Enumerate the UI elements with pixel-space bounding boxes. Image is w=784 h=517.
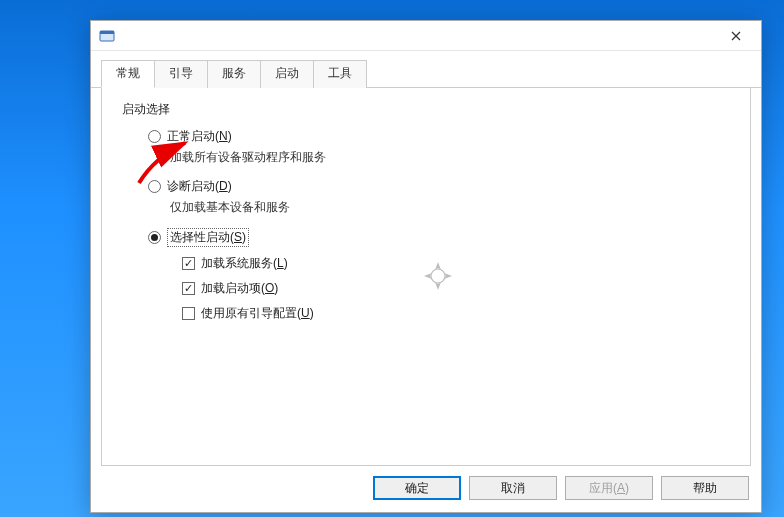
tab-tools[interactable]: 工具 — [313, 60, 367, 88]
svg-point-2 — [431, 269, 445, 283]
desktop-background: 常规 引导 服务 启动 工具 启动选择 正常启动(N) 加载所有设备驱动程序和服… — [0, 0, 784, 517]
cancel-button[interactable]: 取消 — [469, 476, 557, 500]
svg-rect-1 — [100, 31, 114, 34]
tab-startup[interactable]: 启动 — [260, 60, 314, 88]
radio-icon — [148, 180, 161, 193]
radio-normal-startup[interactable]: 正常启动(N) — [148, 128, 730, 145]
ok-button[interactable]: 确定 — [373, 476, 461, 500]
close-button[interactable] — [713, 21, 759, 51]
msconfig-window: 常规 引导 服务 启动 工具 启动选择 正常启动(N) 加载所有设备驱动程序和服… — [90, 20, 762, 513]
tab-label: 常规 — [116, 66, 140, 80]
radio-label: 正常启动(N) — [167, 128, 232, 145]
checkbox-icon — [182, 257, 195, 270]
compass-icon — [424, 262, 452, 290]
radio-icon — [148, 231, 161, 244]
tab-label: 服务 — [222, 66, 246, 80]
titlebar — [91, 21, 761, 51]
checkbox-label: 加载系统服务(L) — [201, 255, 288, 272]
checkbox-use-original-boot-config[interactable]: 使用原有引导配置(U) — [182, 305, 730, 322]
checkbox-label: 使用原有引导配置(U) — [201, 305, 314, 322]
tab-general[interactable]: 常规 — [101, 60, 155, 88]
checkbox-icon — [182, 307, 195, 320]
radio-description: 仅加载基本设备和服务 — [170, 199, 730, 216]
help-button[interactable]: 帮助 — [661, 476, 749, 500]
tab-panel-general: 启动选择 正常启动(N) 加载所有设备驱动程序和服务 诊断启动(D) 仅加载基本… — [101, 87, 751, 466]
tab-label: 工具 — [328, 66, 352, 80]
app-icon — [99, 28, 115, 44]
checkbox-load-startup-items[interactable]: 加载启动项(O) — [182, 280, 730, 297]
radio-description: 加载所有设备驱动程序和服务 — [170, 149, 730, 166]
group-title: 启动选择 — [122, 101, 730, 118]
radio-label: 诊断启动(D) — [167, 178, 232, 195]
apply-button: 应用(A) — [565, 476, 653, 500]
radio-label: 选择性启动(S) — [167, 228, 249, 247]
checkbox-icon — [182, 282, 195, 295]
tab-strip: 常规 引导 服务 启动 工具 — [91, 59, 761, 88]
tab-label: 启动 — [275, 66, 299, 80]
radio-icon — [148, 130, 161, 143]
checkbox-load-system-services[interactable]: 加载系统服务(L) — [182, 255, 730, 272]
checkbox-label: 加载启动项(O) — [201, 280, 278, 297]
tab-boot[interactable]: 引导 — [154, 60, 208, 88]
radio-selective-startup[interactable]: 选择性启动(S) — [148, 228, 730, 247]
radio-diagnostic-startup[interactable]: 诊断启动(D) — [148, 178, 730, 195]
tab-services[interactable]: 服务 — [207, 60, 261, 88]
tab-label: 引导 — [169, 66, 193, 80]
dialog-button-row: 确定 取消 应用(A) 帮助 — [91, 466, 761, 512]
